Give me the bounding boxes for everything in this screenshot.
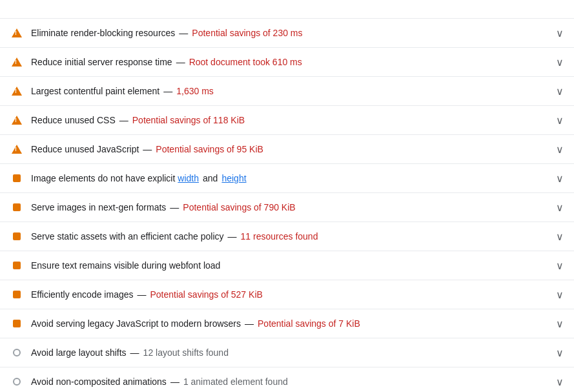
item-detail: Potential savings of 790 KiB bbox=[183, 202, 295, 212]
item-separator: — bbox=[130, 347, 139, 358]
item-content-legacy-js: Avoid serving legacy JavaScript to moder… bbox=[31, 318, 551, 329]
item-title: Eliminate render-blocking resources bbox=[31, 28, 175, 38]
item-title: Avoid non-composited animations bbox=[31, 377, 167, 387]
item-detail: Potential savings of 118 KiB bbox=[132, 115, 245, 125]
section-title bbox=[0, 10, 574, 18]
diagnostic-item-eliminate-render-blocking[interactable]: Eliminate render-blocking resources — Po… bbox=[0, 18, 574, 47]
icon-warning bbox=[10, 143, 23, 156]
diagnostic-item-cache-policy[interactable]: Serve static assets with an efficient ca… bbox=[0, 222, 574, 251]
expand-chevron[interactable]: ∨ bbox=[556, 318, 564, 330]
height-link[interactable]: height bbox=[221, 173, 246, 183]
item-content-cache-policy: Serve static assets with an efficient ca… bbox=[31, 231, 551, 242]
diagnostic-item-largest-contentful-paint[interactable]: Largest contentful paint element — 1,630… bbox=[0, 76, 574, 105]
item-detail: Potential savings of 7 KiB bbox=[258, 318, 360, 329]
item-title: Reduce initial server response time bbox=[31, 57, 172, 67]
item-separator: — bbox=[179, 28, 188, 38]
expand-chevron[interactable]: ∨ bbox=[556, 143, 564, 156]
item-content-largest-contentful-paint: Largest contentful paint element — 1,630… bbox=[31, 86, 551, 96]
width-link[interactable]: width bbox=[178, 173, 199, 183]
item-title: Reduce unused JavaScript bbox=[31, 144, 139, 154]
icon-square bbox=[10, 201, 23, 214]
item-separator: — bbox=[228, 231, 237, 242]
expand-chevron[interactable]: ∨ bbox=[556, 376, 564, 388]
item-separator: — bbox=[245, 318, 254, 329]
diagnostic-item-reduce-unused-js[interactable]: Reduce unused JavaScript — Potential sav… bbox=[0, 134, 574, 163]
item-separator: — bbox=[143, 144, 152, 154]
diagnostic-item-layout-shifts[interactable]: Avoid large layout shifts — 12 layout sh… bbox=[0, 338, 574, 367]
item-content-reduce-unused-css: Reduce unused CSS — Potential savings of… bbox=[31, 115, 551, 125]
item-separator: — bbox=[163, 86, 172, 96]
item-detail: Potential savings of 95 KiB bbox=[156, 144, 263, 154]
icon-square bbox=[10, 230, 23, 243]
item-title: Serve static assets with an efficient ca… bbox=[31, 231, 224, 242]
expand-chevron[interactable]: ∨ bbox=[556, 260, 564, 272]
diagnostic-item-reduce-unused-css[interactable]: Reduce unused CSS — Potential savings of… bbox=[0, 105, 574, 134]
item-separator: — bbox=[170, 377, 179, 387]
item-detail: 1 animated element found bbox=[183, 377, 288, 387]
icon-warning bbox=[10, 26, 23, 39]
expand-chevron[interactable]: ∨ bbox=[556, 347, 564, 359]
item-detail: Potential savings of 527 KiB bbox=[150, 289, 263, 300]
icon-square bbox=[10, 288, 23, 301]
diagnostic-item-image-explicit-dimensions[interactable]: Image elements do not have explicit widt… bbox=[0, 163, 574, 192]
diagnostic-item-webfont-load[interactable]: Ensure text remains visible during webfo… bbox=[0, 251, 574, 280]
item-content-reduce-server-response: Reduce initial server response time — Ro… bbox=[31, 57, 551, 67]
diagnostic-item-composited-animations[interactable]: Avoid non-composited animations — 1 anim… bbox=[0, 367, 574, 392]
expand-chevron[interactable]: ∨ bbox=[556, 289, 564, 301]
item-detail: Root document took 610 ms bbox=[189, 57, 302, 67]
item-title: Reduce unused CSS bbox=[31, 115, 116, 125]
diagnostic-item-reduce-server-response[interactable]: Reduce initial server response time — Ro… bbox=[0, 47, 574, 76]
diagnostics-panel: Eliminate render-blocking resources — Po… bbox=[0, 0, 574, 392]
item-title: Avoid serving legacy JavaScript to moder… bbox=[31, 318, 241, 329]
expand-chevron[interactable]: ∨ bbox=[556, 201, 564, 214]
item-title: Image elements do not have explicit bbox=[31, 173, 175, 183]
item-title: Largest contentful paint element bbox=[31, 86, 159, 96]
item-separator: — bbox=[119, 115, 128, 125]
item-detail: 12 layout shifts found bbox=[143, 347, 229, 358]
diagnostics-list: Eliminate render-blocking resources — Po… bbox=[0, 18, 574, 392]
item-content-image-explicit-dimensions: Image elements do not have explicit widt… bbox=[31, 173, 551, 183]
expand-chevron[interactable]: ∨ bbox=[556, 114, 564, 127]
item-title: Serve images in next-gen formats bbox=[31, 202, 166, 212]
item-content-composited-animations: Avoid non-composited animations — 1 anim… bbox=[31, 377, 551, 387]
item-content-layout-shifts: Avoid large layout shifts — 12 layout sh… bbox=[31, 347, 551, 358]
diagnostic-item-encode-images[interactable]: Efficiently encode images — Potential sa… bbox=[0, 280, 574, 309]
icon-square bbox=[10, 172, 23, 185]
item-detail: 1,630 ms bbox=[176, 86, 214, 96]
expand-chevron[interactable]: ∨ bbox=[556, 231, 564, 243]
item-content-reduce-unused-js: Reduce unused JavaScript — Potential sav… bbox=[31, 144, 551, 154]
item-separator: — bbox=[170, 202, 179, 212]
item-content-eliminate-render-blocking: Eliminate render-blocking resources — Po… bbox=[31, 28, 551, 38]
expand-chevron[interactable]: ∨ bbox=[556, 27, 564, 39]
item-title: Ensure text remains visible during webfo… bbox=[31, 260, 220, 271]
icon-warning bbox=[10, 85, 23, 98]
item-separator: — bbox=[176, 57, 185, 67]
expand-chevron[interactable]: ∨ bbox=[556, 56, 564, 68]
item-title: Efficiently encode images bbox=[31, 289, 134, 300]
icon-circle bbox=[10, 346, 23, 359]
icon-warning bbox=[10, 56, 23, 68]
diagnostic-item-serve-next-gen-images[interactable]: Serve images in next-gen formats — Poten… bbox=[0, 192, 574, 222]
icon-square bbox=[10, 259, 23, 272]
item-content-webfont-load: Ensure text remains visible during webfo… bbox=[31, 260, 551, 271]
icon-square bbox=[10, 317, 23, 330]
item-title: Avoid large layout shifts bbox=[31, 347, 127, 358]
icon-circle bbox=[10, 375, 23, 388]
item-separator: — bbox=[138, 289, 147, 300]
item-content-encode-images: Efficiently encode images — Potential sa… bbox=[31, 289, 551, 300]
expand-chevron[interactable]: ∨ bbox=[556, 172, 564, 185]
item-detail: Potential savings of 230 ms bbox=[192, 28, 302, 38]
expand-chevron[interactable]: ∨ bbox=[556, 85, 564, 98]
icon-warning bbox=[10, 114, 23, 127]
diagnostic-item-legacy-js[interactable]: Avoid serving legacy JavaScript to moder… bbox=[0, 309, 574, 338]
item-content-serve-next-gen-images: Serve images in next-gen formats — Poten… bbox=[31, 202, 551, 212]
item-detail: 11 resources found bbox=[241, 231, 318, 242]
